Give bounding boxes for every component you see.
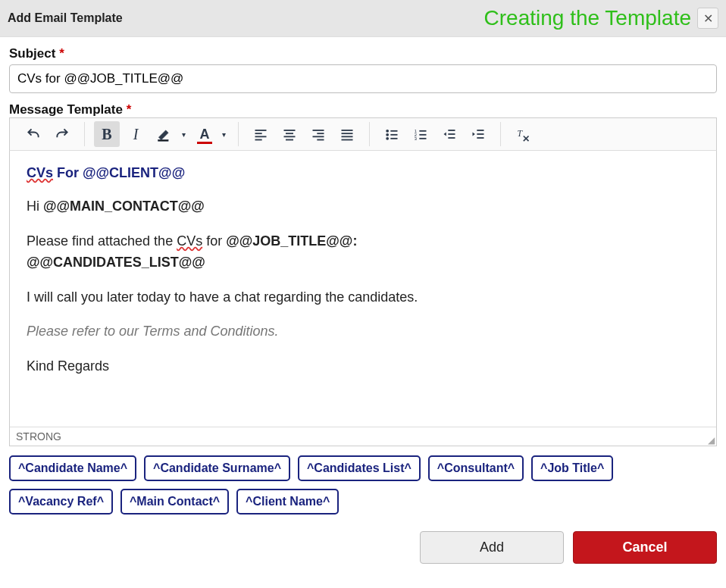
dialog-footer: Add Cancel bbox=[0, 521, 726, 571]
svg-rect-0 bbox=[158, 140, 168, 142]
toolbar-separator bbox=[500, 122, 501, 146]
italic-button[interactable]: I bbox=[123, 121, 149, 147]
dialog-title: Add Email Template bbox=[8, 11, 123, 25]
dialog-body: Subject * Message Template * B I ▾ bbox=[0, 37, 726, 521]
toolbar-group-clear: T bbox=[504, 121, 542, 147]
body-signoff: Kind Regards bbox=[27, 356, 699, 377]
toolbar-separator bbox=[238, 122, 239, 146]
highlight-color-button[interactable]: ▾ bbox=[152, 121, 189, 147]
svg-text:3: 3 bbox=[415, 136, 417, 141]
body-heading-rest: For @@CLIENT@@ bbox=[53, 165, 185, 180]
toolbar-group-font: B I ▾ A ▾ bbox=[88, 121, 235, 147]
undo-icon bbox=[26, 127, 41, 142]
redo-icon bbox=[55, 127, 70, 142]
indent-icon bbox=[471, 127, 486, 142]
indent-button[interactable] bbox=[465, 121, 491, 147]
align-right-button[interactable] bbox=[305, 121, 331, 147]
body-terms: Please refer to our Terms and Conditions… bbox=[27, 321, 699, 342]
token-job-title[interactable]: ^Job Title^ bbox=[531, 455, 613, 481]
body-greeting: Hi @@MAIN_CONTACT@@ bbox=[27, 196, 699, 217]
editor-wrapper: CVs For @@CLIENT@@ Hi @@MAIN_CONTACT@@ P… bbox=[9, 151, 717, 446]
token-candidate-name[interactable]: ^Candidate Name^ bbox=[9, 455, 136, 481]
outdent-icon bbox=[442, 127, 457, 142]
add-button[interactable]: Add bbox=[420, 531, 564, 564]
bold-button[interactable]: B bbox=[94, 121, 120, 147]
dialog-header: Add Email Template Creating the Template… bbox=[0, 0, 726, 37]
clear-formatting-icon: T bbox=[515, 127, 530, 142]
message-editor[interactable]: CVs For @@CLIENT@@ Hi @@MAIN_CONTACT@@ P… bbox=[10, 151, 716, 427]
svg-point-19 bbox=[386, 138, 388, 139]
undo-button[interactable] bbox=[20, 121, 46, 147]
body-heading: CVs For @@CLIENT@@ bbox=[27, 163, 699, 184]
align-right-icon bbox=[311, 127, 326, 142]
header-right: Creating the Template ✕ bbox=[484, 6, 718, 30]
chevron-down-icon[interactable]: ▾ bbox=[219, 130, 229, 139]
token-vacancy-ref[interactable]: ^Vacancy Ref^ bbox=[9, 489, 113, 514]
subject-label-text: Subject bbox=[9, 46, 55, 61]
toolbar-group-lists: 123 bbox=[373, 121, 497, 147]
token-consultant[interactable]: ^Consultant^ bbox=[428, 455, 524, 481]
required-indicator: * bbox=[127, 102, 132, 117]
chevron-down-icon[interactable]: ▾ bbox=[179, 130, 189, 139]
token-candidate-surname[interactable]: ^Candidate Surname^ bbox=[144, 455, 290, 481]
toolbar-separator bbox=[84, 122, 85, 146]
message-label-text: Message Template bbox=[9, 102, 123, 117]
message-label: Message Template * bbox=[9, 102, 717, 117]
bullet-list-button[interactable] bbox=[379, 121, 405, 147]
token-buttons-row: ^Candidate Name^ ^Candidate Surname^ ^Ca… bbox=[9, 446, 717, 514]
clear-formatting-button[interactable]: T bbox=[510, 121, 536, 147]
align-justify-icon bbox=[340, 127, 355, 142]
cancel-button[interactable]: Cancel bbox=[573, 531, 717, 564]
required-indicator: * bbox=[59, 46, 64, 61]
token-client-name[interactable]: ^Client Name^ bbox=[236, 489, 339, 514]
body-candidates-token: @@CANDIDATES_LIST@@ bbox=[27, 255, 205, 270]
body-greeting-token: @@MAIN_CONTACT@@ bbox=[43, 199, 205, 214]
svg-text:T: T bbox=[518, 129, 524, 139]
numbered-list-button[interactable]: 123 bbox=[408, 121, 433, 147]
resize-handle[interactable]: ◢ bbox=[708, 435, 715, 446]
highlight-icon bbox=[152, 121, 177, 147]
editor-toolbar: B I ▾ A ▾ bbox=[9, 117, 717, 151]
editor-status-bar: STRONG ◢ bbox=[10, 427, 716, 446]
body-attachments: Please find attached the CVs for @@JOB_T… bbox=[27, 231, 699, 274]
token-candidates-list[interactable]: ^Candidates List^ bbox=[298, 455, 421, 481]
close-icon: ✕ bbox=[703, 11, 713, 26]
toolbar-separator bbox=[369, 122, 370, 146]
close-button[interactable]: ✕ bbox=[697, 8, 718, 29]
body-followup: I will call you later today to have a ch… bbox=[27, 287, 699, 308]
subject-input[interactable] bbox=[9, 64, 717, 93]
numbered-list-icon: 123 bbox=[413, 127, 428, 142]
text-color-button[interactable]: A ▾ bbox=[192, 121, 229, 147]
editor-path: STRONG bbox=[16, 430, 61, 443]
redo-button[interactable] bbox=[49, 121, 75, 147]
align-left-icon bbox=[253, 127, 268, 142]
body-heading-cvs: CVs bbox=[27, 165, 53, 180]
align-center-icon bbox=[282, 127, 297, 142]
align-center-button[interactable] bbox=[277, 121, 302, 147]
text-color-icon: A bbox=[192, 121, 217, 147]
svg-point-17 bbox=[386, 130, 388, 132]
token-main-contact[interactable]: ^Main Contact^ bbox=[120, 489, 229, 514]
toolbar-group-history bbox=[14, 121, 81, 147]
outdent-button[interactable] bbox=[437, 121, 462, 147]
subject-label: Subject * bbox=[9, 46, 717, 61]
align-left-button[interactable] bbox=[248, 121, 274, 147]
body-jobtitle-token: @@JOB_TITLE@@: bbox=[226, 233, 357, 249]
svg-point-18 bbox=[386, 134, 388, 136]
bullet-list-icon bbox=[384, 127, 399, 142]
annotation-label: Creating the Template bbox=[484, 6, 691, 30]
align-justify-button[interactable] bbox=[334, 121, 360, 147]
toolbar-group-align bbox=[242, 121, 366, 147]
